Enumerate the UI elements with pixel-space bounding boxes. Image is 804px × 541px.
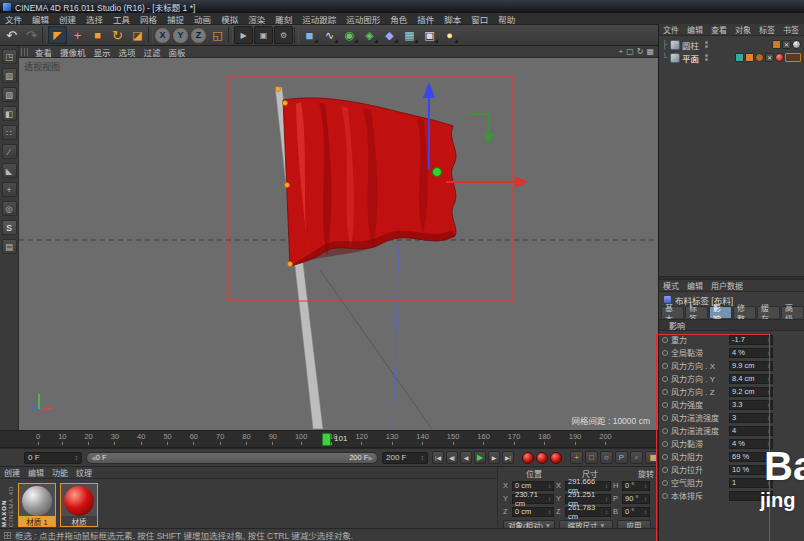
record-scale-toggle[interactable]: □ [585,451,598,464]
go-to-end-button[interactable]: ▶| [502,451,514,464]
record-position-toggle[interactable]: + [570,451,583,464]
keyframe-dot-icon[interactable] [662,480,668,486]
timeline-playhead[interactable] [322,433,331,446]
menu-item[interactable]: 运动图形 [341,13,385,25]
menu-item[interactable]: 角色 [385,13,412,25]
scale-tool[interactable]: ■ [88,26,107,44]
add-light-button[interactable]: ● [440,26,459,44]
object-menu-item[interactable]: 书签 [779,24,803,35]
add-primitive-button[interactable]: ■ [300,26,319,44]
fix-point[interactable] [288,262,293,267]
render-settings-button[interactable]: ⚙ [274,26,293,44]
coordinate-system-button[interactable]: ◱ [208,26,227,44]
add-modeling-button[interactable]: ◈ [360,26,379,44]
undo-button[interactable]: ↶ [2,26,21,44]
previous-frame-button[interactable]: ◀ [460,451,472,464]
menu-item[interactable]: 脚本 [439,13,466,25]
phong-tag-icon[interactable] [792,40,801,49]
viewport-menu-item[interactable]: 显示 [90,46,115,58]
attribute-value-field[interactable]: 4 % [729,348,773,358]
playback-options-button[interactable]: ▮ [645,451,658,464]
menu-item[interactable]: 文件 [0,13,27,25]
next-frame-button[interactable]: ▶ [488,451,500,464]
rotation-field[interactable]: 90 ° [622,494,650,504]
viewport-solo-tool[interactable]: ◎ [2,201,17,216]
object-row-plane[interactable]: └ 平面 ✕ [659,51,804,64]
go-to-start-button[interactable]: |◀ [432,451,444,464]
enable-axis-tool[interactable]: + [2,182,17,197]
pan-view-icon[interactable]: + [619,47,624,56]
edges-mode-tool[interactable]: ∕ [2,144,17,159]
attribute-menu-item[interactable]: 用户数据 [707,280,747,291]
redo-button[interactable]: ↷ [22,26,41,44]
attribute-value-field[interactable]: 9.9 cm [729,361,773,371]
viewport-menu-item[interactable]: 摄像机 [56,46,90,58]
polygons-mode-tool[interactable]: ◣ [2,163,17,178]
perspective-viewport[interactable]: 透视视图 网格间距 : 10000 cm [19,58,658,430]
gizmo-plane-handle[interactable] [467,114,489,136]
attribute-value-field[interactable]: 9.2 cm [729,387,773,397]
visibility-dots[interactable] [705,54,708,61]
material-menu-item[interactable]: 创建 [0,467,24,478]
convert-editable-tool[interactable]: ◳ [2,49,17,64]
add-spline-button[interactable]: ∿ [320,26,339,44]
keyframe-dot-icon[interactable] [662,441,668,447]
toolbar-separator[interactable] [42,27,47,43]
material-1-tile[interactable]: 材质 1 [18,483,56,527]
record-keyframe-button[interactable] [522,452,534,464]
keyframe-dot-icon[interactable] [662,415,668,421]
menu-item[interactable]: 创建 [54,13,81,25]
attribute-value-field[interactable]: 4 [729,426,773,436]
workplane-lock-tool[interactable]: ▤ [2,239,17,254]
range-end-field[interactable]: 200 F [382,452,428,464]
material-menu-item[interactable]: 功能 [48,467,72,478]
gizmo-plane-arrowhead[interactable] [484,134,494,144]
range-right-arrow-icon[interactable]: ▶ [368,454,373,461]
viewport-menu-item[interactable]: 查看 [31,46,56,58]
attribute-tab[interactable]: 标签 [685,306,708,318]
toolbar-separator[interactable] [294,27,299,43]
menu-item[interactable]: 网格 [135,13,162,25]
points-mode-tool[interactable]: ∷ [2,125,17,140]
keyframe-dot-icon[interactable] [662,493,668,499]
keyframe-dot-icon[interactable] [662,402,668,408]
previous-key-button[interactable]: ◀| [446,451,458,464]
last-used-tool[interactable]: ◪ [128,26,147,44]
attribute-value-field[interactable]: -1.7 [729,335,773,345]
gizmo-x-arrowhead[interactable] [515,176,528,188]
lock-x-axis-button[interactable]: X [154,27,171,44]
visibility-dots[interactable] [705,41,708,48]
record-parameter-toggle[interactable]: P [615,451,628,464]
collider-tag-icon[interactable] [772,40,781,49]
object-menu-item[interactable]: 标签 [755,24,779,35]
record-rotation-toggle[interactable]: ○ [600,451,613,464]
material-menu-item[interactable]: 编辑 [24,467,48,478]
attribute-menu-item[interactable]: 模式 [659,280,683,291]
cloth-tag-icon[interactable] [745,53,754,62]
position-field[interactable]: 230.71 cm [512,494,554,504]
add-camera-button[interactable]: ▣ [420,26,439,44]
keyframe-dot-icon[interactable] [662,363,668,369]
rotate-tool[interactable]: ↻ [108,26,127,44]
range-start-field[interactable]: 0 F [24,452,82,464]
texture-tag-icon[interactable] [785,53,801,62]
material-2-tile[interactable]: 材质 [60,483,98,527]
material-menu-item[interactable]: 纹理 [72,467,96,478]
keyframe-selection-button[interactable] [550,452,562,464]
attribute-group-header[interactable]: 影响 [659,319,804,331]
menu-item[interactable]: 动画 [189,13,216,25]
attribute-tab[interactable]: 高级 [781,306,804,318]
viewport-menu-item[interactable]: 面板 [165,46,190,58]
preview-range-slider[interactable]: ◀ 0 F 200 F ▶ [86,452,378,464]
viewport-menu-item[interactable]: 选项 [115,46,140,58]
position-field[interactable]: 0 cm [512,507,554,517]
render-view-button[interactable]: ▶ [234,26,253,44]
rotation-field[interactable]: 0 ° [622,507,650,517]
keyframe-dot-icon[interactable] [662,467,668,473]
workplane-mode-tool[interactable]: ◧ [2,106,17,121]
gizmo-center-point[interactable] [433,168,442,177]
attribute-tab[interactable]: 基本 [661,306,684,318]
menu-item[interactable]: 插件 [412,13,439,25]
size-field[interactable]: 261.783 cm [565,507,611,517]
keyframe-dot-icon[interactable] [662,376,668,382]
